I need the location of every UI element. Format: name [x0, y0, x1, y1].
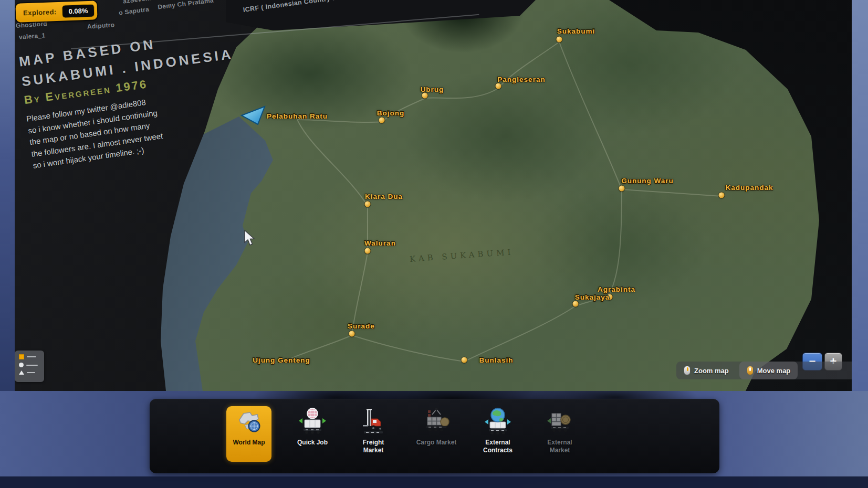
explored-label: Explored:: [23, 8, 57, 17]
explored-badge: Explored: 0.08%: [15, 1, 98, 22]
city-marker: [462, 357, 467, 363]
city-label-surade: Surade: [348, 322, 375, 330]
player-position-marker: [240, 105, 267, 126]
screen-edge-right: [852, 0, 868, 391]
city-marker: [719, 193, 725, 198]
city-marker: [379, 118, 385, 123]
city-label-bojong: Bojong: [377, 109, 405, 117]
tab-label: FreightMarket: [363, 439, 384, 454]
zoom-map-label: Zoom map: [694, 367, 729, 375]
city-marker: [349, 331, 355, 337]
city-label-pelabuhan-ratu: Pelabuhan Ratu: [267, 112, 328, 120]
external-market-icon: [545, 406, 574, 436]
city-label-kadupandak: Kadupandak: [725, 184, 773, 192]
legend-city-icon: [19, 354, 24, 359]
city-marker: [422, 93, 428, 99]
tab-label: ExternalContracts: [483, 439, 513, 454]
city-marker: [365, 201, 371, 207]
legend-text-bar: [26, 365, 38, 366]
tab-label: World Map: [233, 439, 265, 447]
quick-job-icon: [298, 406, 327, 436]
city-label-gunung-waru: Gunung Waru: [621, 177, 674, 185]
tab-external-contracts[interactable]: ExternalContracts: [468, 406, 527, 462]
legend-player-icon: [19, 370, 24, 375]
city-label-agrabinta: Agrabinta: [598, 285, 635, 293]
cargo-market-icon: [422, 406, 451, 436]
city-label-bunlasih: Bunlasih: [479, 356, 513, 364]
world-map-screen: Ghostlord valera_1 Adiputro o Saputra De…: [0, 0, 868, 391]
city-marker: [365, 248, 371, 254]
legend-dot-icon: [19, 363, 24, 367]
legend-row: [19, 370, 40, 375]
city-label-waluran: Waluran: [364, 239, 396, 247]
legend-row: [19, 354, 40, 359]
city-label-pangleseran: Pangleseran: [497, 76, 545, 83]
map-mouse-hints: Zoom map Move map: [676, 362, 868, 379]
move-map-hint: Move map: [739, 362, 798, 379]
mouse-drag-icon: [747, 366, 754, 375]
tab-external-market[interactable]: ExternalMarket: [530, 406, 589, 462]
external-contracts-icon: [483, 406, 513, 436]
city-marker: [496, 83, 501, 89]
city-marker: [619, 186, 625, 192]
tab-world-map[interactable]: World Map: [226, 406, 271, 462]
tab-quick-job[interactable]: Quick Job: [283, 406, 342, 462]
city-label-ubrug: Ubrug: [421, 86, 444, 93]
screen-edge-left: [0, 0, 15, 391]
mouse-wheel-icon: [684, 366, 691, 375]
tab-label: Cargo Market: [416, 439, 457, 447]
tab-freight-market[interactable]: FreightMarket: [344, 406, 403, 462]
legend-text-bar: [27, 372, 35, 373]
world-map-icon: [234, 406, 264, 436]
mouse-cursor: [244, 230, 256, 247]
game-window: Ghostlord valera_1 Adiputro o Saputra De…: [0, 0, 868, 488]
tab-cargo-market[interactable]: Cargo Market: [407, 406, 466, 462]
city-label-sukabumi: Sukabumi: [557, 27, 595, 35]
city-label-ujung-genteng: Ujung Genteng: [253, 356, 310, 364]
legend-row: [19, 363, 40, 367]
city-label-sukajaya: Sukajaya: [575, 293, 610, 301]
city-marker: [573, 301, 579, 307]
tab-label: ExternalMarket: [547, 439, 572, 454]
city-marker: [557, 37, 562, 43]
city-label-kiara-dua: Kiara Dua: [365, 193, 403, 200]
freight-market-icon: [359, 406, 388, 436]
map-legend: [15, 351, 44, 382]
explored-value: 0.08%: [61, 4, 95, 18]
zoom-map-hint: Zoom map: [676, 362, 736, 379]
bottom-bezel: [0, 476, 868, 488]
legend-text-bar: [27, 356, 36, 357]
move-map-label: Move map: [757, 367, 791, 375]
tab-label: Quick Job: [297, 439, 328, 447]
